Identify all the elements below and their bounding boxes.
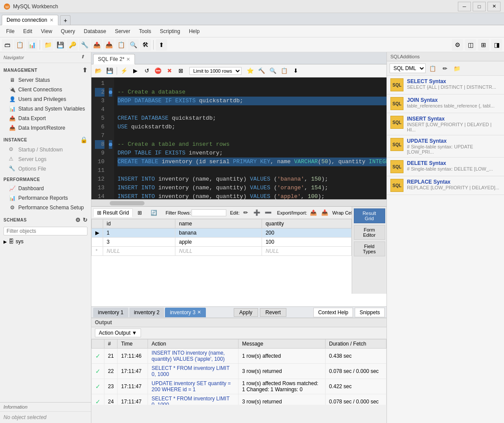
limit-rows-select[interactable]: Limit to 1000 rows	[189, 67, 242, 75]
nav-startup-shutdown[interactable]: ⚙ Startup / Shutdown	[0, 145, 91, 154]
nav-options-file[interactable]: 🔧 Options File	[0, 164, 91, 174]
result-grid-side-btn[interactable]: ResultGrid	[354, 208, 385, 223]
view-btn-1[interactable]: ◫	[465, 39, 476, 50]
cell-id-2[interactable]: 3	[103, 238, 175, 247]
menu-query[interactable]: Query	[57, 27, 80, 36]
auto-commit-btn[interactable]: ⭐	[245, 66, 255, 76]
beautify-btn[interactable]: 🔨	[256, 66, 267, 76]
col-id-header[interactable]: id	[103, 219, 175, 228]
col-quantity-header[interactable]: quantity	[262, 219, 352, 228]
editor-hscroll-thumb[interactable]	[110, 201, 144, 205]
menu-edit[interactable]: Edit	[19, 27, 37, 36]
schemas-config-icon[interactable]: ⚙	[75, 217, 81, 223]
table-row[interactable]: ▶ 1 banana 200	[92, 228, 352, 238]
nav-client-connections[interactable]: 🔌 Client Connections	[0, 85, 91, 94]
toolbar-btn-4[interactable]: 🔧	[79, 39, 90, 50]
sql-code-area[interactable]: -- Create a database DROP DATABASE IF EX…	[114, 77, 386, 199]
cell-name-1[interactable]: banana	[175, 228, 262, 238]
result-tab-inventory-2[interactable]: inventory 2	[129, 308, 165, 317]
menu-tools[interactable]: Tools	[134, 27, 155, 36]
toolbar-btn-8[interactable]: 🔍	[128, 39, 139, 50]
menu-file[interactable]: File	[2, 27, 19, 36]
export-btn[interactable]: 📤	[308, 208, 319, 218]
form-editor-side-btn[interactable]: FormEditor	[354, 225, 385, 240]
stop-btn[interactable]: ⛔	[153, 66, 163, 76]
open-file-btn[interactable]: 📂	[93, 66, 104, 76]
sql-additions-btn-1[interactable]: 📋	[427, 63, 438, 74]
toolbar-btn-6[interactable]: 📥	[103, 39, 114, 50]
execute-selection-btn[interactable]: ▶	[130, 66, 141, 76]
edit-add-row-btn[interactable]: ➕	[252, 208, 262, 218]
sql-tab-active[interactable]: SQL File 2* ✕	[93, 54, 135, 64]
snippet-join-syntax[interactable]: SQL JOIN Syntax table_references table_r…	[387, 94, 504, 113]
preferences-btn[interactable]: ⚙	[452, 39, 463, 50]
nav-server-status[interactable]: 🖥 Server Status	[0, 75, 91, 85]
revert-button[interactable]: Revert	[260, 308, 286, 317]
menu-view[interactable]: View	[37, 27, 57, 36]
new-tab-button[interactable]: +	[60, 15, 71, 25]
cell-quantity-1[interactable]: 200	[262, 228, 352, 238]
result-grid-tab[interactable]: ⊞ Result Grid	[93, 208, 133, 217]
import-btn[interactable]: 📥	[319, 208, 330, 218]
result-refresh-tab[interactable]: 🔄	[147, 208, 161, 217]
snippets-button[interactable]: Snippets	[355, 308, 385, 317]
field-types-side-btn[interactable]: FieldTypes	[354, 242, 385, 256]
toggle-btn[interactable]: ⊠	[175, 66, 186, 76]
nav-dashboard[interactable]: 📈 Dashboard	[0, 184, 91, 193]
editor-hscrollbar[interactable]	[91, 199, 386, 206]
sql-additions-btn-3[interactable]: 📁	[452, 63, 462, 74]
new-table-btn[interactable]: 📋	[14, 39, 25, 50]
toolbar-btn-5[interactable]: 📤	[91, 39, 102, 50]
col-name-header[interactable]: name	[175, 219, 262, 228]
snippet-select-syntax[interactable]: SQL SELECT Syntax SELECT {ALL | DISTINCT…	[387, 76, 504, 94]
result-tab-3-close[interactable]: ✕	[197, 309, 201, 315]
connection-tab-close[interactable]: ✕	[50, 17, 54, 23]
toggle-results-btn[interactable]: ⬇	[290, 66, 301, 76]
table-row[interactable]: 3 apple 100	[92, 238, 352, 247]
nav-performance-reports[interactable]: 📊 Performance Reports	[0, 193, 91, 203]
cell-name-2[interactable]: apple	[175, 238, 262, 247]
snippet-update-syntax[interactable]: SQL UPDATE Syntax # Single-table syntax:…	[387, 135, 504, 158]
edit-pencil-btn[interactable]: ✏	[240, 208, 251, 218]
snippet-insert-syntax[interactable]: SQL INSERT Syntax INSERT [LOW_PRIORITY |…	[387, 113, 504, 135]
edit-del-row-btn[interactable]: ➖	[263, 208, 273, 218]
close-button[interactable]: ✕	[487, 2, 501, 11]
view-btn-3[interactable]: ◨	[491, 39, 502, 50]
sql-tab-close[interactable]: ✕	[126, 57, 130, 62]
menu-scripting[interactable]: Scripting	[155, 27, 185, 36]
toolbar-btn-3[interactable]: 🔑	[67, 39, 78, 50]
nav-data-import[interactable]: 📥 Data Import/Restore	[0, 123, 91, 133]
toolbar-btn-7[interactable]: 📋	[115, 39, 127, 50]
nav-status-system-vars[interactable]: 📊 Status and System Variables	[0, 104, 91, 114]
schema-filter-input[interactable]	[3, 227, 87, 235]
nav-server-logs[interactable]: ⚠ Server Logs	[0, 154, 91, 164]
menu-server[interactable]: Server	[111, 27, 134, 36]
save-file-btn[interactable]: 💾	[104, 66, 115, 76]
maximize-button[interactable]: □	[473, 2, 486, 11]
main-connection-tab[interactable]: Demo connection ✕	[2, 15, 58, 25]
apply-button[interactable]: Apply	[234, 308, 258, 317]
result-tab-inventory-3[interactable]: inventory 3 ✕	[165, 308, 206, 317]
snippet-delete-syntax[interactable]: SQL DELETE Syntax # Single-table syntax:…	[387, 158, 504, 176]
toolbar-btn-9[interactable]: 🛠	[140, 39, 151, 50]
execute-btn[interactable]: ⚡	[119, 66, 129, 76]
minimize-button[interactable]: ─	[458, 2, 471, 11]
result-tab-inventory-1[interactable]: inventory 1	[93, 308, 128, 317]
menu-help[interactable]: Help	[185, 27, 204, 36]
sql-additions-select[interactable]: SQL DML	[390, 64, 426, 73]
find-btn[interactable]: 🔍	[268, 66, 278, 76]
management-expand-icon[interactable]: ⬆	[82, 67, 88, 74]
nav-data-export[interactable]: 📤 Data Export	[0, 114, 91, 123]
cell-id-1[interactable]: 1	[103, 228, 175, 238]
menu-database[interactable]: Database	[80, 27, 111, 36]
view-btn-2[interactable]: ⊞	[478, 39, 489, 50]
sql-additions-btn-2[interactable]: ✏	[440, 63, 450, 74]
skip-btn[interactable]: ✖	[164, 66, 175, 76]
server-status-btn[interactable]: 📊	[26, 39, 37, 50]
new-schema-btn[interactable]: 🗃	[2, 39, 13, 50]
context-help-button[interactable]: Context Help	[313, 308, 353, 317]
schema-sys[interactable]: ▶ 🗄 sys	[0, 237, 91, 246]
toolbar-btn-10[interactable]: ⬆	[156, 39, 167, 50]
nav-users-privileges[interactable]: 👤 Users and Privileges	[0, 94, 91, 104]
save-script-btn[interactable]: 💾	[54, 39, 66, 50]
